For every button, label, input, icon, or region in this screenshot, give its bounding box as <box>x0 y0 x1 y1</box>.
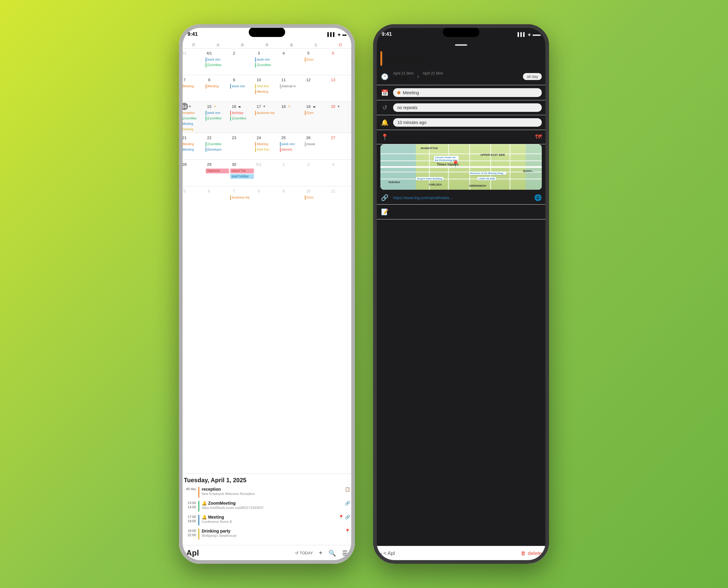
agenda-time-1: All day <box>184 487 196 491</box>
search-button[interactable]: 🔍 <box>328 549 336 557</box>
day-15[interactable]: 15⛅ |work rem |ZoomMee <box>205 102 230 133</box>
clock-icon: 🕐 <box>380 73 389 80</box>
event-color-indicator <box>380 51 382 66</box>
day-25[interactable]: 25|work rem|Identist <box>279 133 304 160</box>
map-open-icon[interactable]: 🗺 <box>535 133 542 141</box>
bell-icon: 🔔 <box>380 119 389 126</box>
web-globe-icon[interactable]: 🌐 <box>534 194 542 201</box>
agenda-time-2: 13:0014:00 <box>184 501 196 509</box>
left-status-icons: ▌▌▌ ◈ ▬ <box>327 32 346 37</box>
day-3[interactable]: 3|work rem|ZoomMee <box>255 48 279 75</box>
day-5-11[interactable]: 11 <box>329 186 354 213</box>
left-status-bar: 9:41 ▌▌▌ ◈ ▬ <box>179 24 355 41</box>
dow-sun: 日 <box>328 42 352 47</box>
agenda-item-meeting[interactable]: 17:0018:00 🔔 Meeting Conference Room B 📍… <box>184 514 350 526</box>
day-18[interactable]: 18⛅ <box>279 102 304 133</box>
dow-thu: 木 <box>255 42 279 47</box>
start-time-item: April 21 Mon 16:00 <box>393 71 413 82</box>
agenda-title-3: 🔔 Meeting <box>202 514 336 520</box>
day-5-8[interactable]: 8 <box>255 186 279 213</box>
day-11[interactable]: 11|Internal m <box>279 75 304 102</box>
day-28[interactable]: 28 <box>180 160 205 186</box>
calendar-row: 📅 Meeting <box>373 85 549 100</box>
day-19[interactable]: 19☁ |Gym <box>304 102 329 133</box>
dow-mon: 月 <box>181 42 206 47</box>
reminder-content: 10 minutes ago <box>393 118 542 127</box>
day-5-10[interactable]: 10|Gym <box>304 186 329 213</box>
add-button[interactable]: + <box>319 549 322 556</box>
notes-row: 📝 <box>373 205 549 219</box>
day-5-4[interactable]: 4 <box>329 160 354 186</box>
app-logo: Apl <box>186 548 199 558</box>
agenda-title-2: 🔔 ZoomMeeting <box>202 501 342 506</box>
day-5-9[interactable]: 9 <box>279 186 304 213</box>
day-5-7[interactable]: 7|business trip <box>230 186 255 213</box>
day-6[interactable]: 6 <box>329 48 354 75</box>
event-detail-screen: Meeting 🕐 April 21 Mon 16:00 › April 21 … <box>373 41 549 564</box>
location-icon: 📍 <box>380 133 389 141</box>
agenda-icon-4: 📍 <box>345 529 350 533</box>
day-5-2[interactable]: 2 <box>279 160 304 186</box>
day-5[interactable]: 5|Gym <box>304 48 329 75</box>
back-button[interactable]: ‹ < Apl <box>380 550 395 556</box>
agenda-sub-1: New Employee Welcome Reception <box>202 492 342 496</box>
repeat-badge: no repeats <box>393 103 542 112</box>
agenda-item-drinking[interactable]: 19:0022:00 Drinking party Wolfgang's Ste… <box>184 529 350 540</box>
week-row-3-today: 14 ☀ reception |ZoomMee Meeting Drinking… <box>180 102 354 133</box>
delete-button[interactable]: 🗑 delete <box>521 550 542 556</box>
left-phone: 9:41 ▌▌▌ ◈ ▬ 月 火 水 木 金 土 日 31 4/1|work r… <box>179 24 355 564</box>
day-22[interactable]: 22|ZoomMee|Developm <box>205 133 230 160</box>
url-text[interactable]: https://www.ihg.com/spnd/hotels... <box>393 195 453 200</box>
agenda-info-4: Drinking party Wolfgang's Steakhouse <box>202 529 342 538</box>
dow-fri: 金 <box>279 42 304 47</box>
week-row-6: 5 6 7|business trip 8 9 10|Gym 11 <box>180 186 354 213</box>
day-20[interactable]: 20☀ <box>329 102 354 133</box>
day-9[interactable]: 9|work rem <box>230 75 255 102</box>
day-14-today[interactable]: 14 ☀ reception |ZoomMee Meeting Drinking <box>180 102 205 133</box>
today-button[interactable]: ↺ TODAY <box>295 551 313 555</box>
day-23[interactable]: 23 <box>230 133 255 160</box>
location-content: manhattan times square <box>393 134 531 140</box>
all-day-badge: all day <box>523 73 542 80</box>
agenda-item-zoom[interactable]: 13:0014:00 🔔 ZoomMeeting https://us05web… <box>184 501 350 511</box>
time-row: 🕐 April 21 Mon 16:00 › April 21 Mon 17:0… <box>373 68 549 85</box>
start-date-label: April 21 Mon <box>393 71 413 76</box>
day-10[interactable]: 10|Visit fron|Meeting <box>255 75 279 102</box>
day-29[interactable]: 29|Taketomi <box>205 160 230 186</box>
start-time-value: 16:00 <box>393 76 413 82</box>
day-8[interactable]: 8|Meeting <box>205 75 230 102</box>
day-4-1[interactable]: 4/1|work rem|ZoomMee <box>205 48 230 75</box>
museum-poi: Museum of the Moving Imag... <box>469 171 506 175</box>
agenda-item-reception[interactable]: All day reception New Employee Welcome R… <box>184 487 350 498</box>
day-16[interactable]: 16☁ |birthday |ZoomMee <box>230 102 255 133</box>
repeat-content: no repeats <box>393 103 542 112</box>
day-24[interactable]: 24|Meeting|Visit fron <box>255 133 279 160</box>
day-21[interactable]: 21|Meeting|Meeting <box>180 133 205 160</box>
calendar-content: Meeting <box>393 88 542 97</box>
delete-label: delete <box>528 550 542 556</box>
agenda-sub-3: Conference Room B <box>202 520 336 523</box>
agenda-section: Tuesday, April 1, 2025 All day reception… <box>179 474 355 545</box>
calendar-color-dot <box>397 91 400 94</box>
calendar-badge: Meeting <box>393 88 542 97</box>
day-2a[interactable]: 2 <box>230 48 255 75</box>
day-17[interactable]: 17☀ |business trip <box>255 102 279 133</box>
map-preview[interactable]: MANHATTAN UPPER EAST SIDE Lincoln Center… <box>380 144 542 190</box>
day-26[interactable]: 26|movie <box>304 133 329 160</box>
day-7[interactable]: 7|Meeting <box>180 75 205 102</box>
dynamic-island <box>249 27 285 37</box>
day-5-3[interactable]: 3 <box>304 160 329 186</box>
day-12[interactable]: 12 <box>304 75 329 102</box>
detail-bottom-nav: ‹ < Apl 🗑 delete <box>373 546 549 564</box>
day-27[interactable]: 27 <box>329 133 354 160</box>
day-31[interactable]: 31 <box>180 48 205 75</box>
back-chevron-icon: ‹ <box>380 550 382 556</box>
day-5-1[interactable]: 5/1 <box>255 160 279 186</box>
menu-button[interactable]: ☰ <box>342 549 348 557</box>
day-5-5[interactable]: 5 <box>180 186 205 213</box>
day-5-6[interactable]: 6 <box>205 186 230 213</box>
day-30[interactable]: 30 Island Trip |paid holiday <box>230 160 255 186</box>
back-label: < Apl <box>383 550 395 556</box>
day-4[interactable]: 4 <box>279 48 304 75</box>
day-13[interactable]: 13 <box>329 75 354 102</box>
